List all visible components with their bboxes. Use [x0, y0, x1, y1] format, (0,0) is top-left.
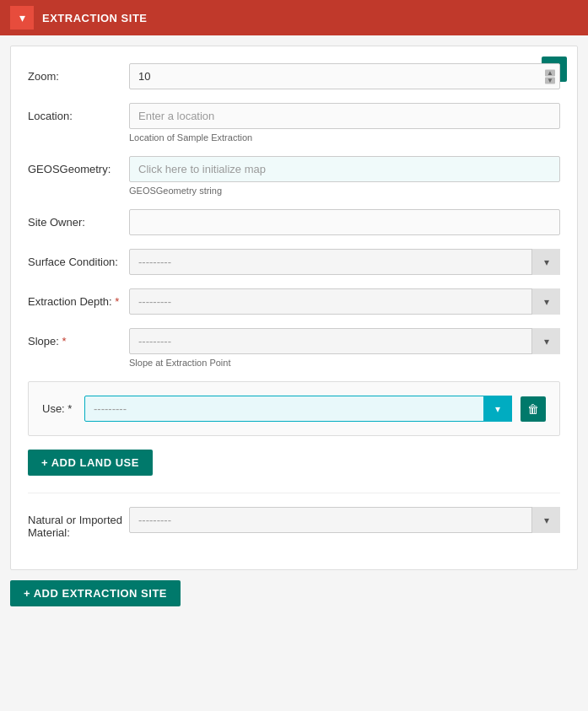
add-extraction-site-button[interactable]: + ADD EXTRACTION SITE: [10, 580, 181, 606]
slope-hint: Slope at Extraction Point: [129, 358, 560, 368]
divider: [28, 493, 560, 493]
surface-condition-select[interactable]: ---------: [129, 249, 560, 275]
natural-material-control: --------- ▾: [129, 507, 560, 533]
zoom-down-icon[interactable]: ▼: [545, 77, 555, 83]
location-input[interactable]: [129, 103, 560, 129]
natural-material-row: Natural or Imported Material: --------- …: [28, 507, 560, 539]
geos-geometry-control: GEOSGeometry string: [129, 156, 560, 196]
location-control: Location of Sample Extraction: [129, 103, 560, 143]
extraction-site-card: 🗑 Zoom: ▲ ▼ Location: Location of Sample…: [10, 46, 578, 570]
zoom-input-wrap: ▲ ▼: [129, 63, 560, 89]
site-owner-input[interactable]: [129, 209, 560, 235]
surface-condition-control: --------- ▾: [129, 249, 560, 275]
site-owner-label: Site Owner:: [28, 209, 129, 229]
extraction-depth-required: *: [115, 295, 119, 308]
extraction-depth-control: --------- ▾: [129, 288, 560, 315]
slope-select-wrap: --------- ▾: [129, 328, 560, 354]
land-use-label: Use: *: [42, 402, 76, 415]
land-use-required: *: [67, 402, 72, 415]
location-label: Location:: [28, 103, 129, 122]
natural-material-label: Natural or Imported Material:: [28, 507, 129, 539]
add-extraction-site-wrap: + ADD EXTRACTION SITE: [10, 580, 578, 606]
extraction-depth-label: Extraction Depth: *: [28, 288, 129, 308]
land-use-row: Use: * --------- ▾ 🗑: [42, 396, 546, 422]
zoom-row: Zoom: ▲ ▼: [28, 63, 560, 89]
surface-condition-label: Surface Condition:: [28, 249, 129, 268]
zoom-spinner: ▲ ▼: [545, 69, 555, 83]
location-hint: Location of Sample Extraction: [129, 132, 560, 143]
slope-select[interactable]: ---------: [129, 328, 560, 354]
natural-material-select-wrap: --------- ▾: [129, 507, 560, 533]
add-land-use-button[interactable]: + ADD LAND USE: [28, 450, 153, 476]
add-land-use-wrap: + ADD LAND USE: [28, 450, 560, 476]
land-use-section: Use: * --------- ▾ 🗑: [28, 381, 560, 436]
geos-geometry-label: GEOSGeometry:: [28, 156, 129, 175]
geos-geometry-row: GEOSGeometry: GEOSGeometry string: [28, 156, 560, 196]
slope-required: *: [62, 335, 67, 347]
site-owner-control: [129, 209, 560, 235]
collapse-button[interactable]: ▾: [10, 6, 34, 30]
page-title: EXTRACTION SITE: [42, 12, 148, 24]
slope-row: Slope: * --------- ▾ Slope at Extraction…: [28, 328, 560, 368]
surface-condition-row: Surface Condition: --------- ▾: [28, 249, 560, 275]
slope-control: --------- ▾ Slope at Extraction Point: [129, 328, 560, 368]
zoom-up-icon[interactable]: ▲: [545, 69, 555, 76]
geos-geometry-hint: GEOSGeometry string: [129, 186, 560, 196]
extraction-depth-row: Extraction Depth: * --------- ▾: [28, 288, 560, 315]
zoom-input[interactable]: [129, 63, 560, 89]
extraction-depth-select-wrap: --------- ▾: [129, 288, 560, 315]
page-header: ▾ EXTRACTION SITE: [0, 0, 588, 35]
zoom-label: Zoom:: [28, 63, 129, 83]
land-use-select-wrap: --------- ▾: [84, 396, 512, 422]
surface-condition-select-wrap: --------- ▾: [129, 249, 560, 275]
land-use-delete-button[interactable]: 🗑: [521, 396, 546, 422]
extraction-depth-select[interactable]: ---------: [129, 288, 560, 315]
slope-label: Slope: *: [28, 328, 129, 347]
land-use-select[interactable]: ---------: [84, 396, 512, 422]
geos-geometry-input[interactable]: [129, 156, 560, 182]
zoom-control: ▲ ▼: [129, 63, 560, 89]
site-owner-row: Site Owner:: [28, 209, 560, 235]
natural-material-select[interactable]: ---------: [129, 507, 560, 533]
location-row: Location: Location of Sample Extraction: [28, 103, 560, 143]
